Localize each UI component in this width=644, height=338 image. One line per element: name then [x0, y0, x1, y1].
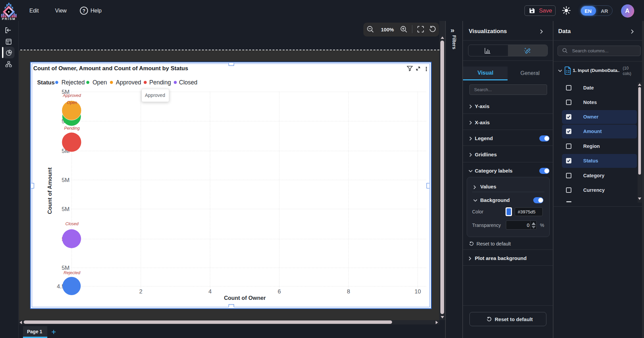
svg-text:Open: Open — [93, 79, 107, 86]
svg-text:Status: Status — [37, 79, 55, 86]
svg-text:5M: 5M — [61, 206, 70, 212]
svg-text:Approved: Approved — [116, 79, 141, 86]
svg-text:?: ? — [82, 8, 85, 14]
svg-text:4: 4 — [208, 288, 211, 295]
svg-text:Closed: Closed — [66, 222, 79, 226]
svg-text:2: 2 — [139, 288, 142, 295]
svg-text:Count of Owner: Count of Owner — [224, 295, 266, 301]
svg-text:8: 8 — [347, 288, 350, 295]
svg-text:6: 6 — [278, 288, 281, 295]
svg-text:Closed: Closed — [179, 79, 197, 86]
svg-text:Pending: Pending — [149, 79, 171, 86]
svg-text:5M: 5M — [61, 177, 70, 183]
svg-text:Open: Open — [67, 100, 77, 105]
svg-text:Count of Owner, Amount and Cou: Count of Owner, Amount and Count of Amou… — [33, 65, 188, 72]
svg-text:10: 10 — [415, 288, 421, 295]
svg-text:Rejected: Rejected — [63, 270, 80, 275]
svg-text:Pending: Pending — [64, 126, 80, 131]
svg-text:PRISM: PRISM — [2, 17, 16, 20]
svg-text:Rejected: Rejected — [61, 79, 85, 86]
svg-text:Approved: Approved — [62, 93, 81, 98]
svg-text:Count of Amount: Count of Amount — [47, 167, 53, 214]
